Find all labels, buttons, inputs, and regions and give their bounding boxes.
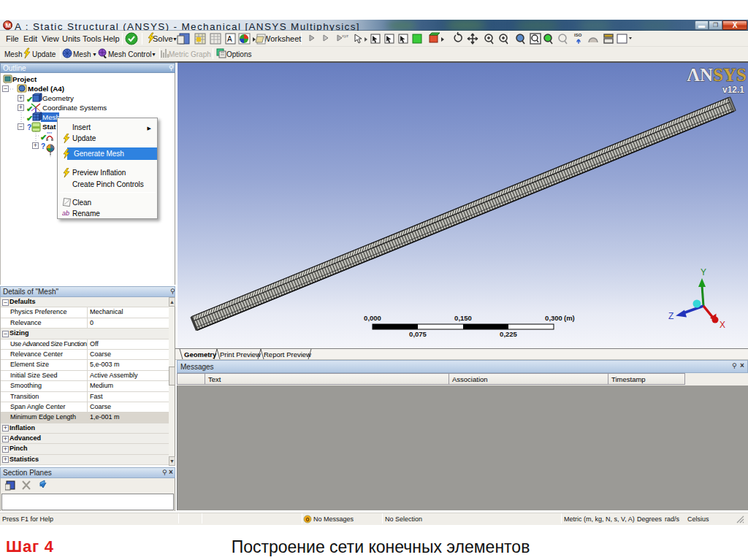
svg-text:0,000: 0,000 xyxy=(364,314,381,322)
svg-text:A: A xyxy=(227,35,232,43)
svg-text:v12.1: v12.1 xyxy=(722,85,744,95)
svg-text:xyz: xyz xyxy=(342,34,348,38)
svg-text:0,075: 0,075 xyxy=(409,330,427,338)
svg-text:ΛNSYS: ΛNSYS xyxy=(687,65,747,85)
svg-text:ab: ab xyxy=(62,210,69,217)
svg-text:Y: Y xyxy=(701,267,706,277)
svg-text:ISO: ISO xyxy=(574,33,582,37)
svg-text:0,300: 0,300 xyxy=(545,314,562,322)
svg-text:0,150: 0,150 xyxy=(454,314,472,322)
svg-text:Z: Z xyxy=(668,311,673,321)
svg-text:(m): (m) xyxy=(564,314,575,322)
svg-text:***: *** xyxy=(47,131,53,136)
svg-text:X: X xyxy=(720,320,725,330)
svg-text:0,225: 0,225 xyxy=(500,330,517,338)
svg-text:0: 0 xyxy=(306,516,310,523)
